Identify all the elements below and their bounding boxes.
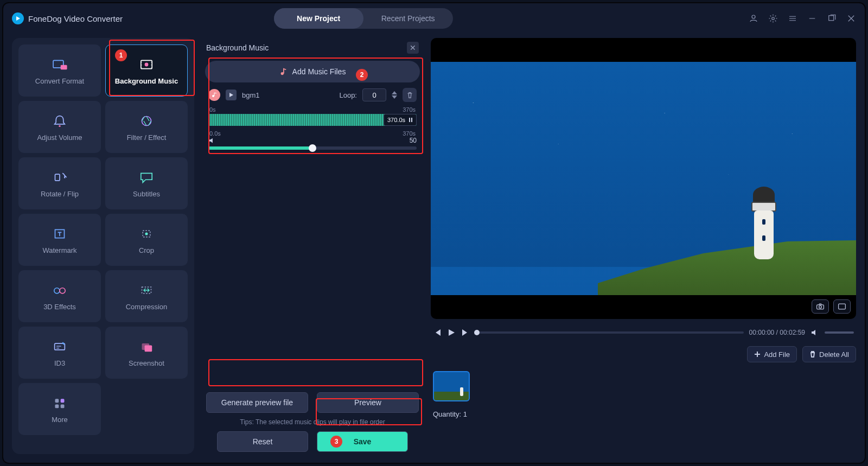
clip-thumbnail[interactable]	[433, 371, 470, 401]
wave-start: 0s	[209, 106, 216, 113]
grid-icon	[50, 395, 69, 411]
menu-icon[interactable]	[788, 14, 797, 23]
svg-point-24	[212, 95, 214, 97]
callout-badge-1: 1	[115, 49, 127, 61]
waveform[interactable]: 370.0s	[208, 114, 417, 126]
lighthouse-graphic	[748, 187, 780, 263]
sidebar-item-more[interactable]: More	[18, 383, 101, 435]
sidebar-item-convert-format[interactable]: Convert Format	[18, 44, 101, 97]
add-music-label: Add Music Files	[292, 67, 346, 76]
svg-point-14	[60, 288, 65, 293]
svg-point-7	[59, 125, 60, 126]
project-tabs: New Project Recent Projects	[274, 8, 453, 29]
crop-icon	[137, 226, 156, 242]
track-play-button[interactable]	[226, 90, 237, 100]
snapshot-button[interactable]	[812, 299, 829, 314]
svg-rect-2	[829, 16, 834, 21]
trash-icon	[406, 92, 413, 99]
chevron-up-icon[interactable]	[392, 91, 397, 94]
sidebar-item-watermark[interactable]: Watermark	[18, 214, 101, 266]
quantity-label: Quantity: 1	[431, 410, 856, 418]
vol-start: 0.0s	[209, 130, 221, 137]
tab-new-project[interactable]: New Project	[274, 8, 363, 29]
svg-rect-21	[55, 404, 59, 408]
skip-back-icon[interactable]	[433, 328, 442, 337]
panel-title: Background Music	[206, 43, 269, 52]
seek-bar[interactable]	[475, 331, 744, 334]
compress-icon	[137, 282, 156, 298]
sidebar-item-crop[interactable]: Crop	[105, 214, 188, 266]
sidebar-item-subtitles[interactable]: Subtitles	[105, 157, 188, 209]
volume-icon[interactable]	[810, 328, 819, 337]
loop-value[interactable]: 0	[362, 88, 386, 101]
plus-icon	[754, 351, 761, 358]
volume-icon	[208, 137, 216, 144]
tile-label: Crop	[139, 246, 154, 254]
minimize-icon[interactable]	[807, 14, 817, 23]
sidebar-item-compression[interactable]: Compression	[105, 270, 188, 322]
svg-point-28	[819, 305, 822, 308]
wave-position-flag[interactable]: 370.0s	[384, 114, 417, 126]
time-display: 00:00:00 / 00:02:59	[749, 329, 805, 336]
volume-mini-slider[interactable]	[825, 331, 854, 334]
sidebar-item-3d-effects[interactable]: 3D Effects	[18, 270, 101, 322]
chevron-down-icon[interactable]	[392, 95, 397, 99]
sidebar-item-filter-effect[interactable]: Filter / Effect	[105, 101, 188, 153]
fullscreen-button[interactable]	[833, 299, 851, 314]
play-icon[interactable]	[447, 328, 456, 337]
wave-end: 370s	[403, 106, 416, 113]
reset-button[interactable]: Reset	[217, 431, 308, 452]
vol-end: 370s	[403, 130, 416, 137]
sidebar-item-adjust-volume[interactable]: Adjust Volume	[18, 101, 101, 153]
trash-icon	[809, 351, 816, 358]
svg-rect-19	[55, 399, 59, 403]
generate-preview-button[interactable]: Generate preview file	[206, 392, 308, 413]
sidebar-item-rotate-flip[interactable]: Rotate / Flip	[18, 157, 101, 209]
add-music-button[interactable]: Add Music Files	[205, 61, 420, 82]
loop-label: Loop:	[339, 91, 357, 99]
svg-point-8	[142, 116, 151, 125]
close-icon[interactable]	[846, 14, 856, 23]
expand-icon	[838, 303, 846, 310]
app-logo: FoneDog Video Converter	[12, 12, 123, 24]
tab-recent-projects[interactable]: Recent Projects	[363, 14, 453, 23]
loop-stepper[interactable]	[392, 91, 397, 99]
filmstrip-music-icon	[137, 56, 156, 73]
preview-button[interactable]: Preview	[317, 392, 419, 413]
delete-track-button[interactable]	[403, 88, 417, 102]
gear-icon[interactable]	[768, 14, 778, 23]
delete-all-button[interactable]: Delete All	[802, 346, 856, 362]
save-button[interactable]: 3 Save	[317, 431, 408, 452]
chat-icon	[137, 169, 156, 186]
svg-rect-29	[839, 304, 846, 309]
volume-slider[interactable]	[208, 146, 417, 150]
text-icon	[50, 226, 69, 242]
tile-label: Subtitles	[133, 190, 160, 198]
preview-pane: 00:00:00 / 00:02:59 Add File Delete All	[431, 38, 856, 454]
callout-badge-2: 2	[356, 69, 368, 81]
panel-close-button[interactable]: ✕	[407, 42, 419, 54]
id3-icon	[50, 339, 69, 355]
account-icon[interactable]	[749, 14, 758, 23]
tile-label: Filter / Effect	[127, 133, 167, 142]
play-circle-icon	[12, 12, 24, 24]
add-file-button[interactable]: Add File	[747, 346, 797, 362]
svg-rect-16	[55, 343, 65, 350]
svg-point-13	[54, 288, 60, 293]
skip-fwd-icon[interactable]	[461, 328, 470, 337]
video-preview[interactable]	[431, 38, 856, 319]
callout-badge-3: 3	[330, 436, 342, 448]
tile-label: Watermark	[42, 246, 76, 254]
editor-panel: Background Music ✕ Add Music Files 2 bgm…	[201, 38, 424, 454]
svg-rect-4	[61, 65, 67, 69]
sidebar-item-screenshot[interactable]: Screenshot	[105, 327, 188, 379]
track-name: bgm1	[242, 91, 334, 99]
camera-icon	[816, 303, 825, 310]
maximize-icon[interactable]	[827, 14, 837, 23]
sidebar-item-id3[interactable]: ID3	[18, 327, 101, 379]
convert-icon	[50, 56, 69, 73]
tile-label: Convert Format	[35, 77, 84, 85]
svg-rect-22	[61, 404, 65, 408]
titlebar: FoneDog Video Converter New Project Rece…	[3, 3, 865, 34]
track-icon	[208, 89, 220, 101]
